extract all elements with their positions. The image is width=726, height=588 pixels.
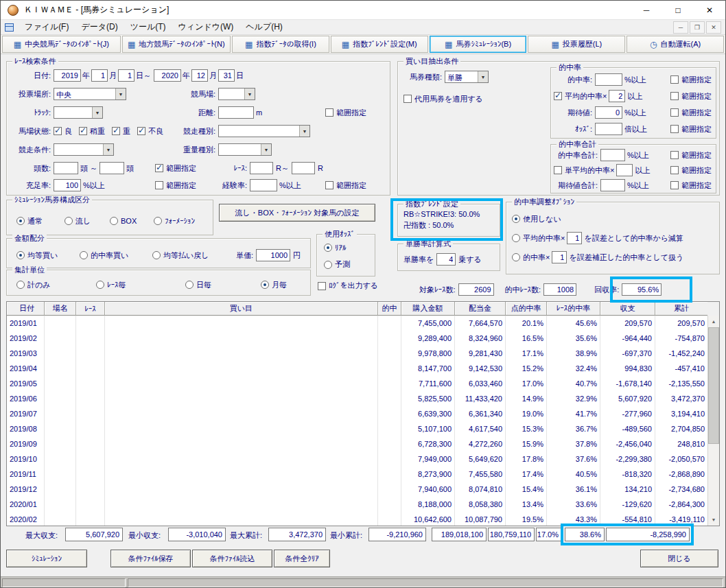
money-equal-payout-radio[interactable]: 均等払い戻し	[152, 250, 209, 261]
exp-rate-range-checkbox[interactable]: 範囲指定	[325, 180, 366, 191]
agg-total-only-radio[interactable]: 計のみ	[16, 280, 51, 290]
heads-from-input[interactable]	[54, 162, 78, 174]
expect-total-input[interactable]	[600, 179, 625, 191]
to-day-input[interactable]	[218, 69, 235, 82]
adjust-correct-input[interactable]	[552, 251, 567, 263]
column-header[interactable]: ﾚｰｽ的中率	[547, 302, 600, 316]
column-header[interactable]: 購入金額	[401, 302, 455, 316]
unit-price-input[interactable]	[256, 249, 290, 261]
hit-races-input[interactable]	[543, 283, 576, 296]
menu-tools[interactable]: ツール(T)	[124, 20, 172, 34]
menu-file[interactable]: ファイル(F)	[19, 20, 75, 34]
place-select[interactable]: 中央▼	[54, 88, 126, 100]
raceno-from-input[interactable]	[250, 162, 273, 174]
target-races-input[interactable]	[458, 283, 494, 296]
heads-to-input[interactable]	[99, 162, 124, 174]
single-avg-range-checkbox[interactable]: 範囲指定	[670, 165, 712, 176]
menu-help[interactable]: ヘルプ(H)	[239, 20, 289, 34]
fill-rate-range-checkbox[interactable]: 範囲指定	[155, 180, 196, 191]
ticket-type-select[interactable]: 単勝▼	[445, 71, 489, 83]
agg-per-month-radio[interactable]: 月毎	[261, 280, 287, 290]
money-equal-buy-radio[interactable]: 均等買い	[16, 250, 58, 261]
avg-hit-rate-input[interactable]	[609, 90, 625, 102]
hit-total-range-checkbox[interactable]: 範囲指定	[670, 150, 712, 161]
odds-range-checkbox[interactable]: 範囲指定	[670, 124, 712, 134]
table-row[interactable]: 2019/118,273,9007,455,58017.4%40.5%-818,…	[7, 467, 707, 482]
agg-per-day-radio[interactable]: 日毎	[185, 280, 211, 290]
win-rate-power-input[interactable]	[436, 253, 456, 266]
menu-data[interactable]: データ(D)	[75, 20, 124, 34]
column-header[interactable]: 日付	[7, 302, 45, 316]
table-row[interactable]: 2019/048,147,7009,142,53015.2%32.4%994,8…	[7, 361, 707, 376]
baba-heavy-checkbox[interactable]: 重	[112, 126, 130, 137]
baba-good-checkbox[interactable]: 良	[54, 126, 72, 137]
agg-per-race-radio[interactable]: ﾚｰｽ毎	[96, 280, 126, 290]
toolbar-simulation-button[interactable]: ▦馬券ｼﾐｭﾚｰｼｮﾝ(B)	[430, 36, 527, 53]
mdi-minimize-button[interactable]: ─	[673, 21, 688, 34]
table-row[interactable]: 2019/076,639,3006,361,34019.0%41.7%-277,…	[7, 406, 707, 421]
table-row[interactable]: 2020/018,188,0008,058,38013.4%33.6%-129,…	[7, 497, 707, 512]
sim-box-radio[interactable]: BOX	[110, 217, 137, 225]
table-row[interactable]: 2019/029,289,4008,324,96016.5%35.6%-964,…	[7, 331, 707, 346]
from-day-input[interactable]	[118, 69, 134, 82]
simulation-button[interactable]: ｼﾐｭﾚｰｼｮﾝ	[6, 550, 87, 567]
target-horse-settings-button[interactable]: 流し・BOX・ﾌｫｰﾒｰｼｮﾝ 対象馬の設定	[219, 204, 375, 222]
adjust-correct-radio[interactable]: 的中率×	[512, 252, 550, 263]
table-row[interactable]: 2019/127,940,6008,074,81015.4%36.1%134,2…	[7, 482, 707, 497]
sim-formation-radio[interactable]: ﾌｫｰﾒｰｼｮﾝ	[154, 217, 195, 225]
payback-rate-input[interactable]	[622, 283, 661, 296]
menu-window[interactable]: ウィンドウ(W)	[172, 20, 240, 34]
weight-kind-select[interactable]: ▼	[218, 143, 272, 156]
table-row[interactable]: 2019/085,107,1004,617,54015.3%36.7%-489,…	[7, 421, 707, 436]
column-header[interactable]: 収支	[600, 302, 655, 316]
column-header[interactable]: 的中	[378, 302, 401, 316]
column-header[interactable]: 点的中率	[506, 302, 547, 316]
race-kind-select[interactable]: ▼	[218, 125, 310, 137]
odds-forecast-radio[interactable]: 予測	[324, 259, 350, 270]
expect-total-range-checkbox[interactable]: 範囲指定	[670, 180, 712, 191]
table-row[interactable]: 2019/057,711,6006,033,46017.0%40.7%-1,67…	[7, 376, 707, 391]
toolbar-auto-run-button[interactable]: ◷自動運転(A)	[627, 36, 724, 53]
table-row[interactable]: 2019/096,728,3004,272,26015.9%37.8%-2,45…	[7, 436, 707, 451]
adjust-none-radio[interactable]: 使用しない	[512, 214, 561, 224]
scroll-up-arrow[interactable]: ▲	[708, 316, 719, 327]
fill-rate-input[interactable]	[54, 179, 81, 191]
mdi-restore-button[interactable]: ❐	[690, 21, 705, 34]
scrollbar-thumb[interactable]	[708, 327, 719, 444]
minimize-button[interactable]: ─	[631, 1, 662, 19]
from-year-input[interactable]	[54, 69, 81, 82]
column-header[interactable]: 累計	[655, 302, 707, 316]
table-row[interactable]: 2019/017,455,0007,664,57020.1%45.6%209,5…	[7, 316, 707, 331]
to-year-input[interactable]	[154, 69, 181, 82]
odds-input[interactable]	[595, 123, 622, 135]
to-month-input[interactable]	[191, 69, 208, 82]
clear-all-conditions-button[interactable]: 条件全ｸﾘｱ	[274, 550, 330, 567]
heads-range-checkbox[interactable]: 範囲指定	[155, 163, 196, 174]
hit-rate-input[interactable]	[595, 73, 622, 86]
scroll-down-arrow[interactable]: ▼	[708, 514, 719, 526]
vertical-scrollbar[interactable]: ▲ ▼	[707, 316, 719, 526]
adjust-subtract-radio[interactable]: 平均的中率×	[512, 233, 565, 244]
save-condition-file-button[interactable]: 条件ﾌｧｲﾙ保存	[110, 550, 191, 567]
distance-range-checkbox[interactable]: 範囲指定	[325, 108, 366, 118]
track-select[interactable]: ▼	[54, 106, 103, 119]
race-cond-select[interactable]: ▼	[54, 143, 114, 156]
adjust-subtract-input[interactable]	[567, 232, 582, 244]
single-avg-hit-rate-checkbox[interactable]: 単平均的中率×	[554, 165, 614, 176]
sim-nagashi-radio[interactable]: 流し	[65, 216, 91, 226]
hit-total-input[interactable]	[600, 149, 625, 161]
toolbar-import-central-button[interactable]: ▦中央競馬ﾃﾞｰﾀのｲﾝﾎﾟｰﾄ(J)	[2, 36, 121, 53]
expect-input[interactable]	[595, 106, 622, 119]
hit-rate-range-checkbox[interactable]: 範囲指定	[670, 75, 712, 85]
substitute-ticket-checkbox[interactable]: 代用馬券を適用する	[403, 94, 483, 104]
load-condition-file-button[interactable]: 条件ﾌｧｲﾙ読込	[192, 550, 272, 567]
table-row[interactable]: 2019/107,949,0005,649,62017.8%37.6%-2,29…	[7, 451, 707, 467]
toolbar-vote-history-button[interactable]: ▦投票履歴(L)	[528, 36, 625, 53]
column-header[interactable]: 配当金	[455, 302, 506, 316]
output-log-checkbox[interactable]: ﾛｸﾞを出力する	[318, 281, 378, 291]
toolbar-import-local-button[interactable]: ▦地方競馬ﾃﾞｰﾀのｲﾝﾎﾟｰﾄ(N)	[122, 36, 231, 53]
avg-hit-rate-range-checkbox[interactable]: 範囲指定	[670, 91, 712, 102]
close-button[interactable]: ✕	[694, 1, 725, 19]
baba-slightly-heavy-checkbox[interactable]: 稍重	[79, 126, 105, 137]
column-header[interactable]: 買い目	[105, 302, 378, 316]
